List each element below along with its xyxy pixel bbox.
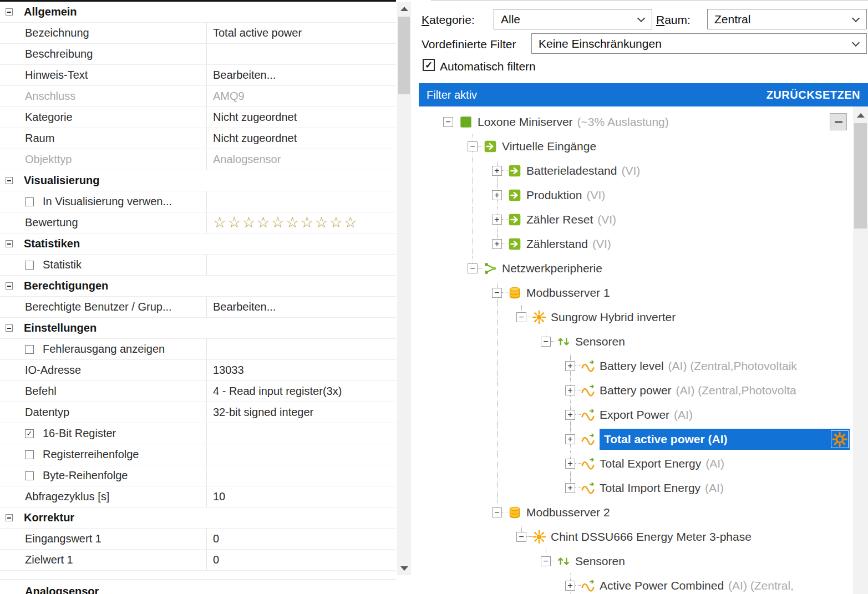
property-row-16-bit-register[interactable]: ✓16-Bit Register — [0, 423, 396, 444]
tree-item-modbusserver-1[interactable]: −Modbusserver 1 — [419, 281, 853, 305]
tree-item-modbusserver-2[interactable]: −Modbusserver 2 — [419, 500, 853, 525]
expand-icon[interactable]: + — [565, 581, 575, 591]
tree-item-z-hler-reset[interactable]: +Zähler Reset(VI) — [419, 207, 853, 232]
checkbox-unchecked[interactable] — [25, 471, 34, 480]
property-value[interactable] — [206, 191, 396, 212]
property-value[interactable]: 0 — [206, 550, 396, 570]
property-row-beschreibung[interactable]: Beschreibung — [0, 44, 396, 65]
collapse-icon[interactable]: − — [516, 532, 526, 542]
scroll-up-icon[interactable] — [397, 2, 411, 16]
raum-dropdown[interactable]: Zentral — [707, 9, 867, 29]
property-value[interactable]: 10 — [206, 486, 396, 507]
collapse-icon[interactable]: − — [492, 288, 502, 298]
tree-item-z-hlerstand[interactable]: +Zählerstand(VI) — [419, 232, 853, 256]
property-row-bewertung[interactable]: Bewertung☆☆☆☆☆☆☆☆☆☆ — [0, 212, 396, 233]
property-value[interactable] — [206, 339, 396, 359]
collapse-icon[interactable] — [6, 514, 13, 521]
property-value[interactable]: Nicht zugeordnet — [206, 107, 396, 128]
section-header-statistiken[interactable]: Statistiken — [0, 233, 396, 255]
section-header-allgemein[interactable]: Allgemein — [0, 2, 396, 23]
tree-item-label[interactable]: Netzwerkperipherie — [502, 262, 602, 275]
property-value[interactable]: Analogsensor — [206, 149, 396, 170]
expand-icon[interactable]: + — [565, 361, 575, 371]
collapse-icon[interactable] — [6, 324, 13, 332]
tree-item-produktion[interactable]: +Produktion(VI) — [419, 183, 853, 207]
tree-item-label[interactable]: Chint DSSU666 Energy Meter 3-phase — [551, 530, 752, 544]
property-value[interactable] — [206, 255, 396, 275]
tree-item-label[interactable]: Loxone Miniserver — [478, 115, 573, 129]
tree-item-label[interactable]: Total Export Energy — [600, 457, 701, 470]
vordefinierte-filter-dropdown[interactable]: Keine Einschränkungen — [531, 33, 867, 54]
property-row-byte-reihenfolge[interactable]: Byte-Reihenfolge — [0, 465, 396, 486]
expand-icon[interactable]: + — [565, 483, 575, 493]
section-header-visualisierung[interactable]: Visualisierung — [0, 170, 396, 191]
property-value[interactable] — [206, 423, 396, 444]
expand-icon[interactable]: + — [492, 166, 502, 176]
left-scrollbar[interactable] — [397, 2, 411, 575]
property-value[interactable] — [206, 444, 396, 465]
tree-item-active-power-combined[interactable]: +Active Power Combined(AI) (Zentral, — [419, 573, 853, 594]
collapse-icon[interactable] — [6, 282, 13, 290]
property-value[interactable]: 32-bit signed integer — [206, 402, 396, 423]
tree-item-total-import-energy[interactable]: +Total Import Energy(AI) — [419, 476, 853, 500]
property-value[interactable]: Nicht zugeordnet — [206, 128, 396, 149]
scrollbar-thumb[interactable] — [854, 123, 867, 229]
expand-icon[interactable]: + — [492, 239, 502, 249]
property-value[interactable]: Bearbeiten... — [206, 297, 396, 317]
expand-icon[interactable]: + — [492, 215, 502, 225]
tree-item-label[interactable]: Sensoren — [575, 555, 625, 568]
tree-item-virtuelle-eing-nge[interactable]: −Virtuelle Eingänge — [419, 134, 853, 159]
property-value[interactable]: 13033 — [206, 360, 396, 380]
property-row-zielwert-1[interactable]: Zielwert 10 — [0, 550, 396, 571]
tree-item-label[interactable]: Sensoren — [575, 335, 625, 348]
tree-item-sungrow-hybrid-inverter[interactable]: −Sungrow Hybrid inverter — [419, 305, 853, 329]
property-row-objekttyp[interactable]: ObjekttypAnalogsensor — [0, 149, 396, 170]
tree-item-total-active-power-ai[interactable]: +Total active power (AI) — [419, 427, 853, 451]
property-row-kategorie[interactable]: KategorieNicht zugeordnet — [0, 107, 396, 128]
collapse-tree-button[interactable] — [830, 113, 847, 130]
property-row-befehl[interactable]: Befehl4 - Read input register(3x) — [0, 381, 396, 402]
scrollbar-thumb[interactable] — [398, 17, 410, 94]
tree-item-label[interactable]: Virtuelle Eingänge — [502, 140, 596, 153]
property-row-hinweis-text[interactable]: Hinweis-TextBearbeiten... — [0, 65, 396, 86]
tree-item-chint-dssu666-energy-meter-3-phase[interactable]: −Chint DSSU666 Energy Meter 3-phase — [419, 525, 853, 549]
property-value[interactable] — [206, 465, 396, 486]
checkbox-unchecked[interactable] — [25, 345, 34, 354]
tree-item-sensoren[interactable]: −Sensoren — [419, 549, 853, 573]
property-row-io-adresse[interactable]: IO-Adresse13033 — [0, 360, 396, 381]
expand-icon[interactable]: + — [565, 385, 575, 395]
expand-icon[interactable]: + — [565, 459, 575, 469]
section-header-einstellungen[interactable]: Einstellungen — [0, 318, 396, 339]
collapse-icon[interactable]: − — [541, 337, 551, 347]
tree-item-total-export-energy[interactable]: +Total Export Energy(AI) — [419, 451, 853, 476]
tree-item-batterieladestand[interactable]: +Batterieladestand(VI) — [419, 159, 853, 183]
collapse-icon[interactable]: − — [468, 263, 478, 273]
kategorie-dropdown[interactable]: Alle — [494, 9, 652, 29]
property-value[interactable]: ☆☆☆☆☆☆☆☆☆☆ — [206, 212, 396, 233]
collapse-icon[interactable]: − — [492, 507, 502, 517]
section-header-korrektur[interactable]: Korrektur — [0, 507, 396, 529]
tree-item-label[interactable]: Active Power Combined — [600, 579, 724, 592]
collapse-icon[interactable]: − — [541, 556, 551, 566]
tree-item-label[interactable]: Modbusserver 2 — [526, 506, 610, 519]
property-value[interactable]: AMQ9 — [206, 86, 396, 106]
property-row-abfragezyklus-s[interactable]: Abfragezyklus [s]10 — [0, 486, 396, 507]
tree-item-label[interactable]: Batterieladestand — [526, 164, 617, 177]
tree-item-label[interactable]: Export Power — [600, 408, 669, 422]
selected-tree-item[interactable]: Total active power (AI) — [600, 429, 850, 450]
collapse-icon[interactable]: − — [468, 141, 478, 151]
scroll-up-icon[interactable] — [853, 109, 868, 122]
checkbox-checked[interactable]: ✓ — [25, 429, 34, 438]
tree-item-netzwerkperipherie[interactable]: −Netzwerkperipherie — [419, 256, 853, 281]
property-row-in-visualisierung-verwen[interactable]: In Visualisierung verwen... — [0, 191, 396, 212]
tree-item-export-power[interactable]: +Export Power(AI) — [419, 403, 853, 427]
collapse-icon[interactable]: − — [443, 117, 453, 127]
property-value[interactable]: 0 — [206, 529, 396, 549]
scroll-down-icon[interactable] — [397, 562, 411, 575]
checkbox-unchecked[interactable] — [25, 261, 34, 270]
tree-item-battery-power[interactable]: +Battery power(AI) (Zentral,Photovolta — [419, 378, 853, 403]
property-row-fehlerausgang-anzeigen[interactable]: Fehlerausgang anzeigen — [0, 339, 396, 360]
auto-filter-checkbox[interactable]: ✓ — [423, 59, 435, 71]
reset-filter-button[interactable]: ZURÜCKSETZEN — [767, 89, 860, 101]
property-row-raum[interactable]: RaumNicht zugeordnet — [0, 128, 396, 149]
